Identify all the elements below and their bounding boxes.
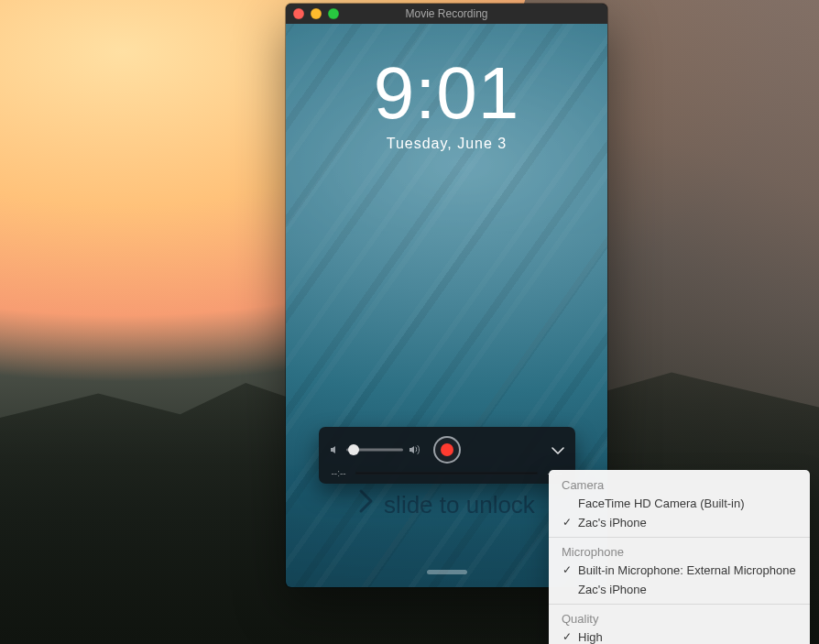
- titlebar[interactable]: Movie Recording: [286, 4, 607, 24]
- home-indicator: [427, 570, 467, 574]
- check-icon: ✓: [562, 515, 573, 530]
- menu-item-camera-iphone[interactable]: ✓ Zac's iPhone: [549, 513, 810, 532]
- menu-item-mic-iphone[interactable]: Zac's iPhone: [549, 580, 810, 599]
- duration-bar: [355, 472, 539, 475]
- options-dropdown-button[interactable]: [544, 440, 572, 462]
- lockscreen-clock: 9:01 Tuesday, June 3: [286, 57, 607, 152]
- zoom-button[interactable]: [328, 8, 339, 19]
- duration-row: --:-- --:--: [319, 468, 575, 478]
- menu-item-label: Built-in Microphone: External Microphone: [578, 562, 796, 578]
- menu-section-quality-title: Quality: [549, 609, 810, 628]
- minimize-button[interactable]: [311, 8, 322, 19]
- volume-thumb[interactable]: [348, 444, 359, 455]
- check-icon: ✓: [562, 629, 573, 644]
- menu-separator: [549, 537, 810, 538]
- menu-item-label: Zac's iPhone: [578, 515, 647, 530]
- window-controls: [293, 8, 339, 19]
- record-icon: [441, 443, 453, 456]
- volume-slider[interactable]: [346, 444, 403, 455]
- menu-item-label: Zac's iPhone: [578, 582, 647, 597]
- recording-toolbar: --:-- --:--: [319, 427, 575, 484]
- menu-section-microphone-title: Microphone: [549, 542, 810, 561]
- volume-high-icon: [409, 444, 421, 455]
- menu-item-camera-facetime[interactable]: FaceTime HD Camera (Built-in): [549, 494, 810, 513]
- volume-low-icon: [330, 444, 341, 455]
- menu-item-label: High: [578, 629, 603, 644]
- chevron-down-icon: [551, 446, 564, 455]
- slide-label: slide to unlock: [384, 491, 535, 519]
- menu-item-label: FaceTime HD Camera (Built-in): [578, 496, 745, 511]
- menu-item-quality-high[interactable]: ✓ High: [549, 628, 810, 644]
- menu-separator: [549, 604, 810, 605]
- options-menu: Camera FaceTime HD Camera (Built-in) ✓ Z…: [549, 470, 810, 644]
- record-button[interactable]: [433, 436, 461, 464]
- lockscreen-time: 9:01: [286, 57, 607, 130]
- lockscreen-date: Tuesday, June 3: [286, 136, 607, 152]
- volume-control: [330, 444, 421, 455]
- menu-item-mic-builtin[interactable]: ✓ Built-in Microphone: External Micropho…: [549, 561, 810, 580]
- menu-section-camera-title: Camera: [549, 475, 810, 494]
- close-button[interactable]: [293, 8, 304, 19]
- check-icon: ✓: [562, 562, 573, 578]
- duration-left: --:--: [332, 468, 346, 478]
- chevron-right-icon: [358, 488, 375, 520]
